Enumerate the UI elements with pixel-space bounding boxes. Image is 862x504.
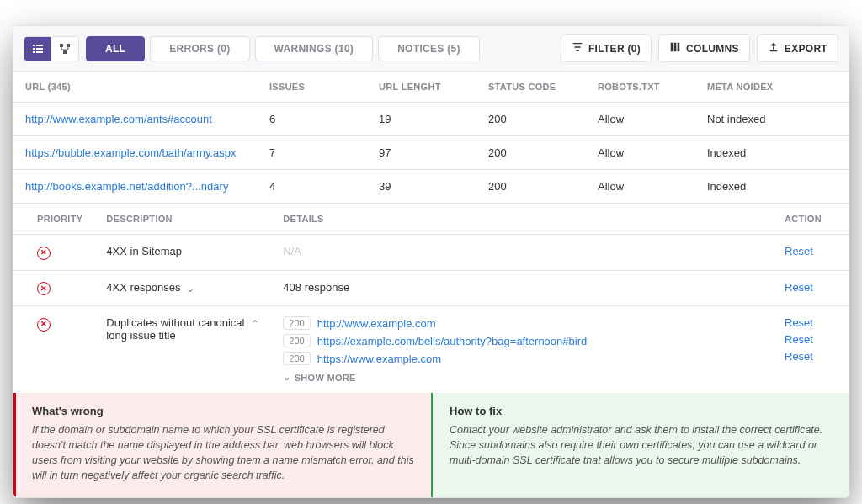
svg-rect-4 xyxy=(33,51,35,53)
columns-button[interactable]: COLUMNS xyxy=(658,34,750,62)
col-description[interactable]: DESCRIPTION xyxy=(94,204,271,235)
meta-cell: Indexed xyxy=(695,136,849,170)
detail-url-row: 200 https://www.example.com xyxy=(283,352,761,365)
how-to-fix-title: How to fix xyxy=(450,405,833,417)
whats-wrong-panel: What's wrong If the domain or subdomain … xyxy=(13,393,431,497)
svg-rect-10 xyxy=(674,43,677,52)
issue-description: 4XX in Sitemap xyxy=(94,235,271,271)
svg-rect-7 xyxy=(67,44,70,47)
issues-cell: 4 xyxy=(258,170,367,204)
svg-rect-2 xyxy=(33,48,35,50)
detail-url-link[interactable]: http://www.example.com xyxy=(317,317,436,330)
len-cell: 97 xyxy=(367,136,476,170)
reset-link[interactable]: Reset xyxy=(785,350,837,363)
tab-notices[interactable]: NOTICES (5) xyxy=(378,36,480,61)
col-issues[interactable]: ISSUES xyxy=(258,72,367,103)
svg-rect-9 xyxy=(671,43,673,52)
error-priority-icon: ✕ xyxy=(37,282,51,295)
status-cell: 200 xyxy=(476,170,586,204)
status-code-pill: 200 xyxy=(283,316,310,330)
col-action[interactable]: ACTION xyxy=(773,204,849,235)
status-code-pill: 200 xyxy=(283,334,310,347)
len-cell: 19 xyxy=(367,103,476,136)
whats-wrong-body: If the domain or subdomain name to which… xyxy=(32,422,416,484)
list-icon xyxy=(31,42,45,56)
reset-link[interactable]: Reset xyxy=(785,245,837,257)
expandable-description[interactable]: 4XX responses ⌄ xyxy=(106,281,259,294)
meta-cell: Not indexed xyxy=(695,103,849,136)
issue-description: Duplicates without canonical long issue … xyxy=(106,316,246,342)
status-cell: 200 xyxy=(476,136,586,170)
detail-url-row: 200 https://example.com/bells/authority?… xyxy=(283,334,761,347)
reset-link[interactable]: Reset xyxy=(785,281,837,294)
info-panels: What's wrong If the domain or subdomain … xyxy=(13,393,849,497)
how-to-fix-panel: How to fix Contact your website administ… xyxy=(431,393,849,497)
svg-rect-6 xyxy=(60,44,63,47)
filter-button[interactable]: FILTER (0) xyxy=(561,34,652,62)
col-meta-noidex[interactable]: META NOIDEX xyxy=(695,72,849,103)
issue-row: ✕ 4XX responses ⌄ 408 response Reset xyxy=(13,270,849,306)
upload-icon xyxy=(768,41,780,56)
detail-url-row: 200 http://www.example.com xyxy=(283,316,761,330)
detail-url-link[interactable]: https://www.example.com xyxy=(317,353,441,365)
issue-row: ✕ 4XX in Sitemap N/A Reset xyxy=(13,235,849,271)
chevron-up-icon: ⌃ xyxy=(251,318,259,330)
filter-icon xyxy=(572,41,583,56)
view-toggle xyxy=(24,36,79,61)
export-button[interactable]: EXPORT xyxy=(757,34,838,62)
url-link[interactable]: http://books.example.net/addition?...nda… xyxy=(25,180,228,193)
reset-link[interactable]: Reset xyxy=(785,333,837,346)
url-table: URL (345) ISSUES URL LENGHT STATUS CODE … xyxy=(13,72,849,204)
columns-icon xyxy=(669,41,681,56)
category-tabs: ALL ERRORS (0) WARNINGS (10) NOTICES (5) xyxy=(86,36,480,61)
svg-rect-12 xyxy=(769,50,777,52)
status-cell: 200 xyxy=(476,103,586,136)
tab-errors[interactable]: ERRORS (0) xyxy=(150,36,249,61)
col-robots[interactable]: ROBOTS.TXT xyxy=(586,72,695,103)
col-priority[interactable]: PRIORITY xyxy=(13,204,94,235)
error-priority-icon: ✕ xyxy=(37,318,51,332)
tab-all[interactable]: ALL xyxy=(86,36,145,61)
how-to-fix-body: Contact your website administrator and a… xyxy=(450,422,833,468)
export-label: EXPORT xyxy=(785,43,827,55)
tree-view-button[interactable] xyxy=(51,37,78,61)
toolbar: ALL ERRORS (0) WARNINGS (10) NOTICES (5)… xyxy=(13,26,849,72)
detail-url-link[interactable]: https://example.com/bells/authority?bag=… xyxy=(317,335,588,347)
table-row: http://books.example.net/addition?...nda… xyxy=(13,170,849,204)
tree-icon xyxy=(58,42,72,56)
robots-cell: Allow xyxy=(586,170,695,204)
svg-rect-11 xyxy=(678,43,680,52)
table-row: http://www.example.com/ants#account 6 19… xyxy=(13,103,849,136)
svg-rect-5 xyxy=(36,51,43,53)
col-url[interactable]: URL (345) xyxy=(13,72,258,103)
issue-detail: 408 response xyxy=(271,270,773,306)
show-more-label: SHOW MORE xyxy=(295,373,356,383)
robots-cell: Allow xyxy=(586,136,695,170)
columns-label: COLUMNS xyxy=(686,43,739,55)
col-url-length[interactable]: URL LENGHT xyxy=(367,72,476,103)
show-more-button[interactable]: ⌄ SHOW MORE xyxy=(283,372,761,383)
reset-link[interactable]: Reset xyxy=(785,316,837,329)
expandable-description[interactable]: Duplicates without canonical long issue … xyxy=(106,316,259,342)
svg-rect-1 xyxy=(36,45,43,46)
meta-cell: Indexed xyxy=(695,170,849,204)
chevron-down-icon: ⌄ xyxy=(283,372,290,383)
issues-cell: 6 xyxy=(258,103,367,136)
table-row: https://bubble.example.com/bath/army.asp… xyxy=(13,136,849,170)
url-link[interactable]: https://bubble.example.com/bath/army.asp… xyxy=(25,146,237,159)
tab-warnings[interactable]: WARNINGS (10) xyxy=(255,36,374,61)
chevron-down-icon: ⌄ xyxy=(186,283,194,294)
issue-description: 4XX responses xyxy=(106,281,180,294)
url-link[interactable]: http://www.example.com/ants#account xyxy=(25,113,212,125)
robots-cell: Allow xyxy=(586,103,695,136)
error-priority-icon: ✕ xyxy=(37,247,51,260)
na-text: N/A xyxy=(283,245,301,257)
issue-row: ✕ Duplicates without canonical long issu… xyxy=(13,306,849,394)
svg-rect-8 xyxy=(63,50,67,54)
list-view-button[interactable] xyxy=(24,37,51,61)
col-status[interactable]: STATUS CODE xyxy=(476,72,586,103)
issues-table: PRIORITY DESCRIPTION DETAILS ACTION ✕ 4X… xyxy=(13,204,849,393)
col-details[interactable]: DETAILS xyxy=(271,204,773,235)
whats-wrong-title: What's wrong xyxy=(32,405,416,417)
status-code-pill: 200 xyxy=(283,352,310,365)
